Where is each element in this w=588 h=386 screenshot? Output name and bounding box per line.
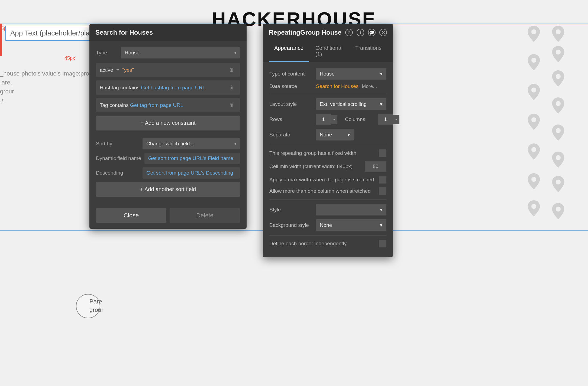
rows-value[interactable]: 1 (316, 114, 331, 125)
tab-conditional[interactable]: Conditional (1) (310, 41, 349, 62)
background-style-row: Background style None ▾ (269, 219, 386, 231)
map-pin-6 (550, 152, 566, 168)
dynamic-field-row: Dynamic field name Get sort from page UR… (96, 153, 240, 164)
separato-row: Separato None ▾ (269, 129, 386, 140)
search-dialog-title: Search for Houses (95, 29, 153, 36)
max-width-row: Apply a max width when the page is stret… (269, 176, 386, 184)
info-icon[interactable]: i (357, 29, 364, 36)
descending-label: Descending (96, 167, 139, 176)
map-pin-5 (550, 125, 566, 141)
canvas-placeholder: _house-photo's value's Image:process ,ar… (0, 69, 101, 105)
map-pin-11 (526, 84, 542, 100)
divider-4 (269, 235, 386, 235)
rg-dialog-body: Type of content House ▾ Data source Sear… (263, 62, 393, 257)
rows-chevron-icon[interactable]: ▾ (331, 115, 337, 124)
rg-dialog: RepeatingGroup House ? i 💬 ✕ Appearance … (263, 24, 393, 257)
multi-column-label: Allow more than one column when stretche… (269, 188, 376, 194)
map-pin-1 (550, 26, 566, 42)
close-button[interactable]: Close (96, 208, 166, 223)
map-pin-13 (526, 143, 542, 160)
background-style-select[interactable]: None ▾ (316, 219, 386, 231)
layout-style-row: Layout style Ext. vertical scrolling ▾ (269, 98, 386, 110)
constraint-2-text: Hashtag contains Get hashtag from page U… (100, 85, 225, 91)
sort-by-chevron-icon: ▾ (234, 142, 236, 146)
tab-appearance[interactable]: Appearance (269, 41, 309, 62)
divider-2 (269, 145, 386, 145)
multi-column-checkbox[interactable] (379, 187, 386, 195)
constraint-row-2: Hashtag contains Get hashtag from page U… (96, 80, 240, 95)
constraint-row-3: Tag contains Get tag from page URL 🗑 (96, 98, 240, 112)
constraint-2-delete-icon[interactable]: 🗑 (227, 84, 236, 91)
style-select[interactable]: ▾ (316, 204, 386, 215)
type-of-content-select[interactable]: House ▾ (316, 68, 386, 80)
data-source-row: Data source Search for Houses More... (269, 83, 386, 89)
chat-icon[interactable]: 💬 (368, 29, 376, 36)
help-icon[interactable]: ? (345, 29, 353, 36)
type-select[interactable]: House ▾ (121, 47, 240, 58)
search-dialog-footer: Close Delete (89, 208, 247, 229)
descending-value[interactable]: Get sort from page URL's Descending (143, 167, 240, 179)
separato-select[interactable]: None ▾ (316, 129, 354, 140)
constraint-row-1: active = "yes" 🗑 (96, 63, 240, 77)
sort-by-select[interactable]: Change which field... ▾ (143, 138, 240, 149)
divider-1 (269, 94, 386, 94)
separato-label: Separato (269, 132, 313, 138)
dynamic-field-value[interactable]: Get sort from page URL's Field name (144, 153, 240, 164)
sort-section: Sort by Change which field... ▾ Dynamic … (96, 138, 240, 179)
border-checkbox[interactable] (379, 240, 386, 247)
constraint-1-text: active = "yes" (100, 67, 225, 73)
fixed-width-checkbox[interactable] (379, 149, 386, 157)
layout-style-chevron-icon: ▾ (380, 101, 383, 107)
columns-chevron-icon[interactable]: ▾ (393, 115, 399, 124)
map-pin-2 (550, 46, 566, 62)
layout-style-select[interactable]: Ext. vertical scrolling ▾ (316, 98, 386, 110)
data-source-link[interactable]: Search for Houses (316, 83, 358, 89)
type-of-content-label: Type of content (269, 71, 313, 77)
search-dialog-body: Type House ▾ active = "yes" 🗑 Hashtag co… (89, 41, 247, 208)
cell-min-width-label: Cell min width (current width: 840px) (269, 163, 361, 169)
rg-dialog-header: RepeatingGroup House ? i 💬 ✕ (263, 24, 393, 41)
layout-style-value: Ext. vertical scrolling (320, 101, 367, 107)
data-source-more[interactable]: More... (362, 84, 377, 89)
rows-label: Rows (269, 116, 313, 122)
canvas-circle-text: Pare grour (89, 297, 103, 314)
red-guide-left (0, 24, 2, 56)
type-of-content-value: House (320, 71, 335, 77)
separato-chevron-icon: ▾ (347, 132, 350, 138)
tab-transitions[interactable]: Transitions (350, 41, 387, 62)
fixed-width-label: This repeating group has a fixed width (269, 150, 376, 156)
style-row: Style ▾ (269, 204, 386, 215)
map-pin-4 (550, 97, 566, 114)
border-row: Define each border independently (269, 240, 386, 247)
layout-style-label: Layout style (269, 101, 313, 107)
descending-row: Descending Get sort from page URL's Desc… (96, 167, 240, 179)
max-width-label: Apply a max width when the page is stret… (269, 177, 376, 183)
type-of-content-row: Type of content House ▾ (269, 68, 386, 80)
style-chevron-icon: ▾ (380, 207, 383, 213)
multi-column-row: Allow more than one column when stretche… (269, 187, 386, 195)
rows-columns-row: Rows 1 ▾ Columns 1 ▾ (269, 114, 386, 125)
columns-label: Columns (345, 116, 375, 122)
rg-header-icons: ? i 💬 ✕ (345, 29, 387, 36)
add-constraint-button[interactable]: + Add a new constraint (96, 116, 240, 130)
hashtag-link[interactable]: Get hashtag from page URL (141, 85, 205, 90)
cell-min-width-input[interactable] (365, 161, 386, 172)
constraint-1-delete-icon[interactable]: 🗑 (227, 66, 236, 74)
background-style-label: Background style (269, 222, 313, 228)
add-sort-button[interactable]: + Add another sort field (96, 182, 240, 197)
max-width-checkbox[interactable] (379, 176, 386, 184)
map-pin-10 (526, 54, 542, 70)
cell-min-width-row: Cell min width (current width: 840px) (269, 161, 386, 172)
style-label: Style (269, 207, 313, 213)
columns-value[interactable]: 1 (378, 114, 393, 125)
delete-button[interactable]: Delete (170, 208, 240, 223)
tag-link[interactable]: Get tag from page URL (130, 102, 183, 108)
border-label: Define each border independently (269, 241, 376, 247)
constraint-3-delete-icon[interactable]: 🗑 (227, 101, 236, 109)
type-label: Type (96, 50, 118, 56)
close-icon[interactable]: ✕ (379, 29, 387, 36)
type-of-content-chevron-icon: ▾ (380, 71, 383, 77)
map-pin-7 (550, 176, 566, 192)
rg-dialog-title: RepeatingGroup House (269, 29, 341, 36)
columns-input-group: 1 ▾ (378, 114, 399, 125)
